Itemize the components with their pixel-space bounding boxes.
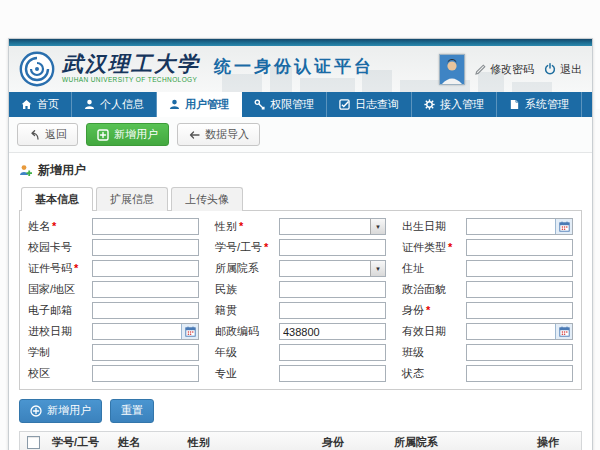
email-input[interactable]	[92, 302, 199, 319]
ethnicity-control	[279, 281, 386, 298]
column-header-gender: 性别	[182, 435, 316, 450]
key-icon	[254, 99, 265, 110]
nav-item-subscription-management[interactable]: 订阅管理	[582, 92, 600, 117]
data-import-button[interactable]: 数据导入	[177, 123, 260, 146]
department-dropdown-button[interactable]: ▼	[370, 261, 385, 276]
address-input[interactable]	[466, 260, 573, 277]
gear-icon	[424, 99, 435, 110]
nav-item-label: 接入管理	[440, 97, 484, 112]
pencil-icon	[475, 64, 486, 75]
political-status-input[interactable]	[466, 281, 573, 298]
tab-extended-info[interactable]: 扩展信息	[96, 187, 168, 211]
native-place-field: 籍贯	[215, 302, 386, 319]
postal-code-field: 邮政编码	[215, 323, 386, 340]
entry-date-field: 进校日期	[28, 323, 199, 340]
class-input[interactable]	[466, 344, 573, 361]
identity-control	[466, 302, 573, 319]
nav-item-access-management[interactable]: 接入管理	[412, 92, 497, 117]
gender-field: 性别*▼	[215, 218, 386, 235]
valid-date-control	[466, 323, 573, 340]
country-region-input[interactable]	[92, 281, 199, 298]
field-label: 身份*	[402, 303, 466, 318]
logout-link[interactable]: 退出	[544, 62, 582, 77]
postal-code-control	[279, 323, 386, 340]
ethnicity-input[interactable]	[279, 281, 386, 298]
identity-input[interactable]	[466, 302, 573, 319]
field-label: 校园卡号	[28, 240, 92, 255]
nav-item-log-query[interactable]: 日志查询	[327, 92, 412, 117]
user-table-header: 学号/工号姓名性别身份所属院系操作	[20, 432, 581, 450]
toolbar: 返回 新增用户 数据导入	[9, 117, 592, 153]
field-label: 校区	[28, 366, 92, 381]
valid-date-calendar-button[interactable]	[555, 324, 572, 339]
nav-item-system-management[interactable]: 系统管理	[497, 92, 582, 117]
add-user-toolbar-button[interactable]: 新增用户	[86, 123, 169, 146]
required-asterisk: *	[52, 220, 56, 232]
required-asterisk: *	[264, 241, 268, 253]
top-accent-bar	[9, 39, 592, 46]
back-button[interactable]: 返回	[17, 123, 78, 146]
major-input[interactable]	[279, 365, 386, 382]
schooling-length-field: 学制	[28, 344, 199, 361]
schooling-length-input[interactable]	[92, 344, 199, 361]
page: 武汉理工大学 WUHAN UNIVERSITY OF TECHNOLOGY 统一…	[0, 0, 600, 450]
id-number-input[interactable]	[92, 260, 199, 277]
required-asterisk: *	[448, 241, 452, 253]
tab-basic-info[interactable]: 基本信息	[21, 187, 93, 211]
campus-input[interactable]	[92, 365, 199, 382]
campus-card-no-input[interactable]	[92, 239, 199, 256]
column-header-department: 所属院系	[388, 435, 531, 450]
id-type-control	[466, 239, 573, 256]
user-icon	[169, 99, 180, 110]
gender-control: ▼	[279, 218, 386, 235]
postal-code-input[interactable]	[279, 323, 386, 340]
email-control	[92, 302, 199, 319]
political-status-control	[466, 281, 573, 298]
gender-dropdown-button[interactable]: ▼	[370, 219, 385, 234]
field-label: 民族	[215, 282, 279, 297]
student-staff-id-input[interactable]	[279, 239, 386, 256]
birth-date-field: 出生日期	[402, 218, 573, 235]
nav-item-user-management[interactable]: 用户管理	[157, 92, 242, 117]
form-tabs: 基本信息扩展信息上传头像	[19, 187, 582, 211]
ethnicity-field: 民族	[215, 281, 386, 298]
reset-button[interactable]: 重置	[110, 399, 154, 422]
required-asterisk: *	[426, 304, 430, 316]
name-input[interactable]	[92, 218, 199, 235]
major-field: 专业	[215, 365, 386, 382]
email-field: 电子邮箱	[28, 302, 199, 319]
status-input[interactable]	[466, 365, 573, 382]
change-password-link[interactable]: 修改密码	[475, 62, 534, 77]
submit-add-user-button[interactable]: 新增用户	[19, 399, 102, 422]
campus-card-no-control	[92, 239, 199, 256]
birth-date-calendar-button[interactable]	[555, 219, 572, 234]
log-icon	[339, 99, 350, 110]
power-icon	[544, 63, 556, 75]
entry-date-calendar-button[interactable]	[181, 324, 198, 339]
field-label: 性别*	[215, 219, 279, 234]
nav-item-profile[interactable]: 个人信息	[72, 92, 157, 117]
column-header-student-staff-id: 学号/工号	[46, 435, 112, 450]
id-type-input[interactable]	[466, 239, 573, 256]
major-control	[279, 365, 386, 382]
student-staff-id-field: 学号/工号*	[215, 239, 386, 256]
select-all-checkbox[interactable]	[27, 436, 40, 449]
native-place-input[interactable]	[279, 302, 386, 319]
select-all-cell	[20, 436, 46, 449]
platform-title: 统一身份认证平台	[214, 55, 374, 84]
nav-item-permission-management[interactable]: 权限管理	[242, 92, 327, 117]
basic-info-form: 姓名*性别*▼出生日期校园卡号学号/工号*证件类型*证件号码*所属院系▼住址国家…	[19, 210, 582, 390]
native-place-control	[279, 302, 386, 319]
add-user-icon	[97, 129, 109, 141]
grade-input[interactable]	[279, 344, 386, 361]
field-label: 所属院系	[215, 261, 279, 276]
required-asterisk: *	[239, 220, 243, 232]
nav-item-home[interactable]: 首页	[9, 92, 72, 117]
field-label: 有效日期	[402, 324, 466, 339]
plus-circle-icon	[30, 405, 42, 417]
grade-control	[279, 344, 386, 361]
field-label: 证件号码*	[28, 261, 92, 276]
entry-date-control	[92, 323, 199, 340]
tab-upload-avatar[interactable]: 上传头像	[171, 187, 243, 211]
field-label: 学号/工号*	[215, 240, 279, 255]
